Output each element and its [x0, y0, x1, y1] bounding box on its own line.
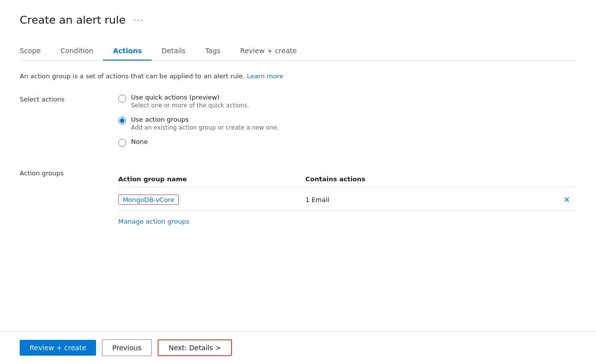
- radio-none[interactable]: None: [118, 138, 576, 147]
- action-group-actions-cell: 1 Email: [305, 196, 557, 203]
- radio-action-groups-input[interactable]: [118, 117, 126, 125]
- select-actions-label: Select actions: [20, 94, 118, 103]
- action-group-description: An action group is a set of actions that…: [20, 72, 576, 80]
- none-title: None: [131, 138, 148, 145]
- previous-button[interactable]: Previous: [102, 339, 152, 356]
- col-name-header: Action group name: [118, 175, 305, 183]
- next-details-button[interactable]: Next: Details >: [158, 339, 232, 356]
- col-actions-header: Contains actions: [305, 175, 557, 183]
- tab-details[interactable]: Details: [152, 42, 196, 61]
- table-row: MongoDB-vCore 1 Email ✕: [118, 189, 576, 211]
- action-groups-label: Action groups: [20, 167, 118, 177]
- quick-actions-desc: Select one or more of the quick actions.: [131, 102, 249, 109]
- action-group-link[interactable]: MongoDB-vCore: [118, 195, 179, 205]
- tab-review-create[interactable]: Review + create: [231, 42, 307, 61]
- action-groups-section: Action group name Contains actions Mongo…: [118, 171, 576, 225]
- footer: Review + create Previous Next: Details >: [0, 331, 596, 364]
- select-actions-controls: Use quick actions (preview) Select one o…: [118, 94, 576, 154]
- action-groups-title: Use action groups: [131, 116, 279, 123]
- tab-condition[interactable]: Condition: [51, 42, 103, 61]
- delete-action-group-button[interactable]: ✕: [563, 194, 571, 205]
- tab-scope[interactable]: Scope: [20, 42, 51, 61]
- action-groups-desc: Add an existing action group or create a…: [131, 124, 279, 131]
- review-create-button[interactable]: Review + create: [20, 340, 96, 356]
- tab-actions[interactable]: Actions: [103, 42, 152, 61]
- ellipsis-menu-button[interactable]: ···: [132, 15, 146, 25]
- radio-quick-actions[interactable]: Use quick actions (preview) Select one o…: [118, 94, 576, 109]
- page-title: Create an alert rule: [20, 14, 126, 26]
- quick-actions-title: Use quick actions (preview): [131, 94, 249, 101]
- tabs-nav: Scope Condition Actions Details Tags Rev…: [20, 42, 576, 61]
- radio-quick-actions-input[interactable]: [118, 95, 126, 102]
- action-group-name-cell: MongoDB-vCore: [118, 195, 305, 205]
- table-header: Action group name Contains actions: [118, 171, 576, 187]
- select-actions-row: Select actions Use quick actions (previe…: [20, 94, 576, 154]
- radio-action-groups[interactable]: Use action groups Add an existing action…: [118, 116, 576, 131]
- manage-action-groups-link[interactable]: Manage action groups: [118, 218, 189, 225]
- description-text: An action group is a set of actions that…: [20, 72, 245, 80]
- action-groups-row: Action groups Action group name Contains…: [20, 167, 576, 225]
- action-group-delete-cell: ✕: [557, 194, 576, 205]
- tab-tags[interactable]: Tags: [196, 42, 231, 61]
- learn-more-link[interactable]: Learn more: [247, 72, 283, 80]
- radio-none-input[interactable]: [118, 139, 126, 147]
